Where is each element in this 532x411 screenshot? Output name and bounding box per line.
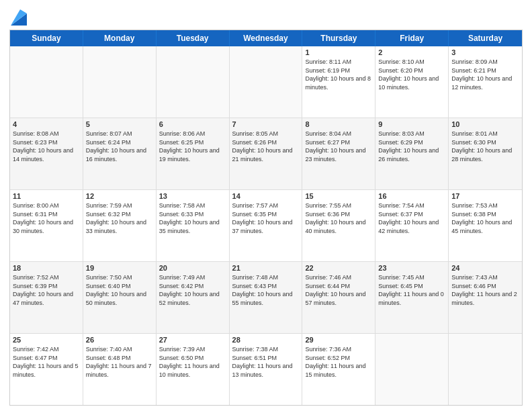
- day-info: Sunrise: 7:48 AM Sunset: 6:43 PM Dayligh…: [232, 273, 300, 307]
- day-info: Sunrise: 7:55 AM Sunset: 6:36 PM Dayligh…: [305, 201, 372, 235]
- day-info: Sunrise: 7:50 AM Sunset: 6:40 PM Dayligh…: [86, 273, 153, 307]
- day-cell-5: 5Sunrise: 8:07 AM Sunset: 6:24 PM Daylig…: [83, 118, 157, 189]
- day-cell-21: 21Sunrise: 7:48 AM Sunset: 6:43 PM Dayli…: [230, 262, 303, 333]
- day-number: 3: [451, 48, 519, 56]
- day-cell-23: 23Sunrise: 7:45 AM Sunset: 6:45 PM Dayli…: [375, 262, 449, 333]
- day-info: Sunrise: 8:09 AM Sunset: 6:21 PM Dayligh…: [451, 58, 519, 91]
- day-number: 10: [451, 120, 519, 128]
- day-number: 7: [232, 120, 300, 128]
- day-cell-7: 7Sunrise: 8:05 AM Sunset: 6:26 PM Daylig…: [230, 118, 303, 189]
- day-number: 24: [451, 264, 519, 272]
- day-info: Sunrise: 7:43 AM Sunset: 6:46 PM Dayligh…: [451, 273, 519, 307]
- weekday-header-sunday: Sunday: [10, 30, 83, 46]
- calendar-body: 1Sunrise: 8:11 AM Sunset: 6:19 PM Daylig…: [10, 46, 522, 405]
- weekday-header-friday: Friday: [375, 30, 449, 46]
- logo: [9, 7, 27, 26]
- day-info: Sunrise: 7:49 AM Sunset: 6:42 PM Dayligh…: [159, 273, 226, 307]
- day-cell-17: 17Sunrise: 7:53 AM Sunset: 6:38 PM Dayli…: [449, 190, 522, 261]
- day-number: 22: [305, 264, 372, 272]
- day-number: 9: [378, 120, 445, 128]
- day-cell-29: 29Sunrise: 7:36 AM Sunset: 6:52 PM Dayli…: [302, 334, 375, 405]
- day-cell-8: 8Sunrise: 8:04 AM Sunset: 6:27 PM Daylig…: [302, 118, 375, 189]
- day-number: 6: [159, 120, 226, 128]
- day-info: Sunrise: 8:07 AM Sunset: 6:24 PM Dayligh…: [86, 130, 153, 163]
- day-info: Sunrise: 8:08 AM Sunset: 6:23 PM Dayligh…: [13, 130, 80, 163]
- day-cell-3: 3Sunrise: 8:09 AM Sunset: 6:21 PM Daylig…: [449, 46, 522, 118]
- day-number: 18: [13, 264, 80, 272]
- day-info: Sunrise: 8:03 AM Sunset: 6:29 PM Dayligh…: [378, 130, 445, 163]
- day-info: Sunrise: 8:11 AM Sunset: 6:19 PM Dayligh…: [305, 58, 372, 91]
- day-cell-4: 4Sunrise: 8:08 AM Sunset: 6:23 PM Daylig…: [10, 118, 83, 189]
- day-cell-2: 2Sunrise: 8:10 AM Sunset: 6:20 PM Daylig…: [375, 46, 449, 118]
- calendar-row-4: 18Sunrise: 7:52 AM Sunset: 6:39 PM Dayli…: [10, 262, 522, 334]
- day-number: 27: [159, 336, 226, 344]
- day-cell-27: 27Sunrise: 7:39 AM Sunset: 6:50 PM Dayli…: [157, 334, 230, 405]
- calendar-row-1: 1Sunrise: 8:11 AM Sunset: 6:19 PM Daylig…: [10, 46, 522, 118]
- day-info: Sunrise: 7:59 AM Sunset: 6:32 PM Dayligh…: [86, 201, 153, 235]
- header: [9, 7, 523, 26]
- day-cell-9: 9Sunrise: 8:03 AM Sunset: 6:29 PM Daylig…: [375, 118, 449, 189]
- day-info: Sunrise: 7:57 AM Sunset: 6:35 PM Dayligh…: [232, 201, 300, 235]
- day-cell-15: 15Sunrise: 7:55 AM Sunset: 6:36 PM Dayli…: [302, 190, 375, 261]
- day-info: Sunrise: 8:00 AM Sunset: 6:31 PM Dayligh…: [13, 201, 80, 235]
- empty-cell-r0c0: [10, 46, 83, 118]
- weekday-header-tuesday: Tuesday: [157, 30, 230, 46]
- day-number: 2: [378, 48, 445, 56]
- day-info: Sunrise: 7:52 AM Sunset: 6:39 PM Dayligh…: [13, 273, 80, 307]
- day-info: Sunrise: 7:58 AM Sunset: 6:33 PM Dayligh…: [159, 201, 226, 235]
- logo-icon: [11, 7, 27, 26]
- day-info: Sunrise: 8:05 AM Sunset: 6:26 PM Dayligh…: [232, 130, 300, 163]
- day-info: Sunrise: 8:06 AM Sunset: 6:25 PM Dayligh…: [159, 130, 226, 163]
- day-cell-1: 1Sunrise: 8:11 AM Sunset: 6:19 PM Daylig…: [302, 46, 375, 118]
- day-number: 19: [86, 264, 153, 272]
- day-cell-12: 12Sunrise: 7:59 AM Sunset: 6:32 PM Dayli…: [83, 190, 157, 261]
- day-number: 11: [13, 192, 80, 200]
- day-cell-11: 11Sunrise: 8:00 AM Sunset: 6:31 PM Dayli…: [10, 190, 83, 261]
- day-cell-22: 22Sunrise: 7:46 AM Sunset: 6:44 PM Dayli…: [302, 262, 375, 333]
- day-number: 15: [305, 192, 372, 200]
- day-cell-20: 20Sunrise: 7:49 AM Sunset: 6:42 PM Dayli…: [157, 262, 230, 333]
- weekday-header-thursday: Thursday: [302, 30, 375, 46]
- day-info: Sunrise: 7:54 AM Sunset: 6:37 PM Dayligh…: [378, 201, 445, 235]
- calendar-row-5: 25Sunrise: 7:42 AM Sunset: 6:47 PM Dayli…: [10, 334, 522, 405]
- calendar-header: SundayMondayTuesdayWednesdayThursdayFrid…: [10, 30, 522, 46]
- day-info: Sunrise: 8:04 AM Sunset: 6:27 PM Dayligh…: [305, 130, 372, 163]
- day-number: 25: [13, 336, 80, 344]
- day-number: 20: [159, 264, 226, 272]
- day-cell-25: 25Sunrise: 7:42 AM Sunset: 6:47 PM Dayli…: [10, 334, 83, 405]
- day-info: Sunrise: 7:45 AM Sunset: 6:45 PM Dayligh…: [378, 273, 445, 307]
- weekday-header-saturday: Saturday: [449, 30, 522, 46]
- day-info: Sunrise: 7:53 AM Sunset: 6:38 PM Dayligh…: [451, 201, 519, 235]
- day-cell-28: 28Sunrise: 7:38 AM Sunset: 6:51 PM Dayli…: [230, 334, 303, 405]
- day-number: 23: [378, 264, 445, 272]
- weekday-header-monday: Monday: [83, 30, 157, 46]
- day-number: 21: [232, 264, 300, 272]
- empty-cell-r0c3: [230, 46, 303, 118]
- day-number: 14: [232, 192, 300, 200]
- day-number: 28: [232, 336, 300, 344]
- page: SundayMondayTuesdayWednesdayThursdayFrid…: [0, 0, 532, 411]
- day-info: Sunrise: 8:01 AM Sunset: 6:30 PM Dayligh…: [451, 130, 519, 163]
- day-number: 16: [378, 192, 445, 200]
- calendar-row-3: 11Sunrise: 8:00 AM Sunset: 6:31 PM Dayli…: [10, 190, 522, 262]
- day-info: Sunrise: 7:42 AM Sunset: 6:47 PM Dayligh…: [13, 345, 80, 379]
- day-cell-6: 6Sunrise: 8:06 AM Sunset: 6:25 PM Daylig…: [157, 118, 230, 189]
- day-info: Sunrise: 7:36 AM Sunset: 6:52 PM Dayligh…: [305, 345, 372, 379]
- empty-cell-r4c5: [375, 334, 449, 405]
- empty-cell-r4c6: [449, 334, 522, 405]
- day-cell-19: 19Sunrise: 7:50 AM Sunset: 6:40 PM Dayli…: [83, 262, 157, 333]
- day-cell-26: 26Sunrise: 7:40 AM Sunset: 6:48 PM Dayli…: [83, 334, 157, 405]
- empty-cell-r0c1: [83, 46, 157, 118]
- day-number: 5: [86, 120, 153, 128]
- day-cell-13: 13Sunrise: 7:58 AM Sunset: 6:33 PM Dayli…: [157, 190, 230, 261]
- day-number: 29: [305, 336, 372, 344]
- day-cell-18: 18Sunrise: 7:52 AM Sunset: 6:39 PM Dayli…: [10, 262, 83, 333]
- calendar: SundayMondayTuesdayWednesdayThursdayFrid…: [9, 30, 523, 406]
- weekday-header-wednesday: Wednesday: [230, 30, 303, 46]
- day-info: Sunrise: 7:39 AM Sunset: 6:50 PM Dayligh…: [159, 345, 226, 379]
- day-cell-10: 10Sunrise: 8:01 AM Sunset: 6:30 PM Dayli…: [449, 118, 522, 189]
- day-cell-14: 14Sunrise: 7:57 AM Sunset: 6:35 PM Dayli…: [230, 190, 303, 261]
- day-cell-16: 16Sunrise: 7:54 AM Sunset: 6:37 PM Dayli…: [375, 190, 449, 261]
- empty-cell-r0c2: [157, 46, 230, 118]
- day-number: 17: [451, 192, 519, 200]
